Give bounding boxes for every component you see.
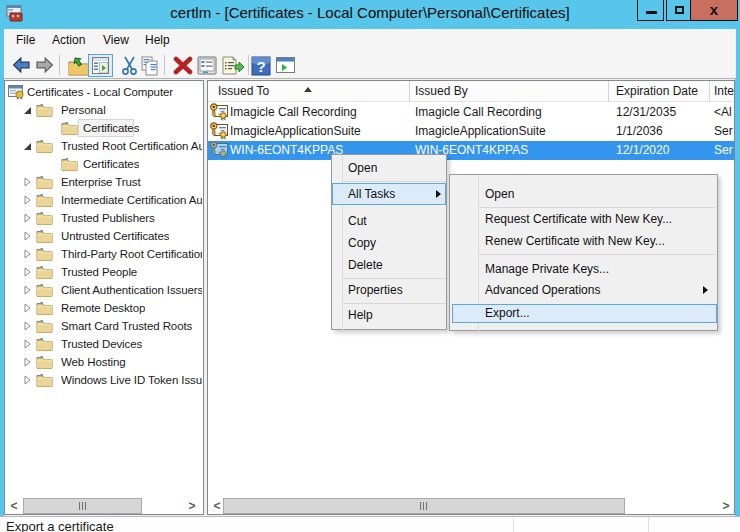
- svg-text:?: ?: [256, 58, 265, 75]
